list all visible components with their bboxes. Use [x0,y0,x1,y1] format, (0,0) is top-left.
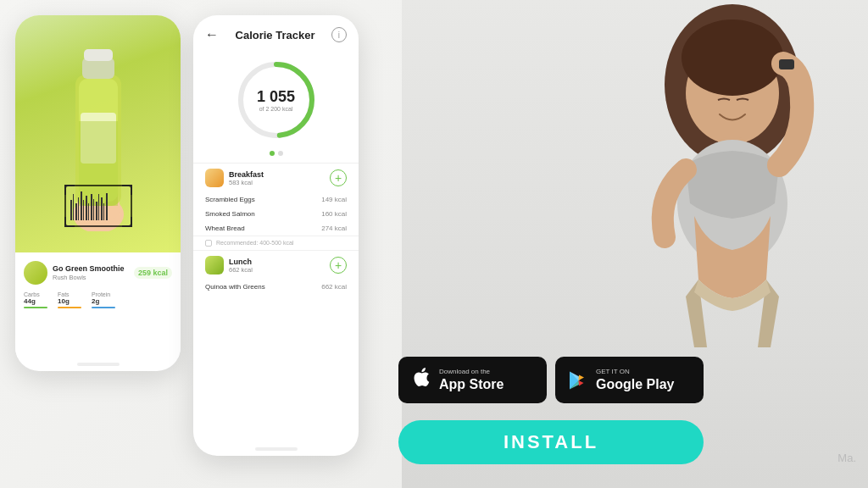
breakfast-left: Breakfast 583 kcal [205,169,264,187]
tracker-title: Calorie Tracker [236,29,315,42]
dot-1 [270,151,275,156]
meal-item-quinoa: Quinoa with Greens 662 kcal [193,280,359,294]
dot-2 [278,151,283,156]
eggs-kcal: 149 kcal [321,196,347,203]
protein-bar [92,307,115,308]
lunch-kcal: 662 kcal [229,266,253,274]
protein-value: 2g [92,297,115,305]
woman-figure [478,0,868,488]
recommendation-text: Recommended: 400-500 kcal [193,236,359,250]
tracker-header: ← Calorie Tracker i [193,15,359,49]
protein-label: Protein [92,291,115,297]
app-store-small-text: Download on the [439,368,504,376]
breakfast-kcal: 583 kcal [229,179,264,186]
quinoa-name: Quinoa with Greens [205,283,265,291]
apple-icon [410,366,432,394]
google-play-button[interactable]: GET IT ON Google Play [555,357,704,403]
meal-item-bread: Wheat Bread 274 kcal [193,221,359,236]
lunch-section-header: Lunch 662 kcal + [193,250,359,280]
lunch-left: Lunch 662 kcal [205,256,253,274]
eggs-name: Scrambled Eggs [205,196,255,203]
fats-value: 10g [58,297,81,305]
macro-carbs: Carbs 44g [24,291,47,308]
breakfast-info: Breakfast 583 kcal [229,170,264,186]
food-calories: 259 kcal [134,267,172,279]
food-brand: Rush Bowls [53,274,134,281]
barcode-scanner-screen [15,15,181,252]
app-store-large-text: App Store [439,376,504,392]
apple-logo-icon [410,366,432,388]
app-store-button[interactable]: Download on the App Store [398,357,547,403]
fats-bar [58,307,81,308]
svg-point-12 [682,19,783,96]
bread-kcal: 274 kcal [321,225,347,232]
lunch-add-button[interactable]: + [330,257,347,274]
install-button-label: INSTALL [504,431,598,453]
carbs-label: Carbs [24,291,47,297]
dots-indicator [193,151,359,156]
google-play-icon [567,369,589,391]
barcode-overlay [64,185,132,227]
calories-number: 1 055 [257,89,295,104]
fats-label: Fats [58,291,81,297]
carbs-bar [24,307,47,308]
meals-list: Breakfast 583 kcal + Scrambled Eggs 149 … [193,163,359,442]
lunch-icon [205,256,224,274]
calorie-ring: 1 055 of 2 200 kcal [234,58,319,142]
bread-name: Wheat Bread [205,225,245,232]
food-card: Go Green Smoothie Rush Bowls 259 kcal Ca… [15,252,181,358]
google-play-text: GET IT ON Google Play [596,368,674,392]
food-name: Go Green Smoothie [53,264,134,274]
quinoa-kcal: 662 kcal [321,283,347,291]
breakfast-add-button[interactable]: + [330,169,347,186]
macro-fats: Fats 10g [58,291,81,308]
install-button[interactable]: INSTALL [398,420,704,464]
rec-checkbox [205,240,212,247]
food-macros: Carbs 44g Fats 10g Protein 2g [24,291,172,308]
woman-section [402,0,868,488]
salmon-kcal: 160 kcal [321,210,347,218]
salmon-name: Smoked Salmon [205,210,255,218]
ring-center-text: 1 055 of 2 200 kcal [257,89,295,112]
meal-item-salmon: Smoked Salmon 160 kcal [193,207,359,221]
info-icon[interactable]: i [331,27,347,42]
food-name-group: Go Green Smoothie Rush Bowls [53,264,134,281]
meal-item-eggs: Scrambled Eggs 149 kcal [193,192,359,207]
lunch-info: Lunch 662 kcal [229,258,253,274]
svg-rect-15 [779,59,794,69]
watermark: Ma. [837,452,856,464]
app-store-text: Download on the App Store [439,368,504,392]
calories-subtitle: of 2 200 kcal [257,106,295,112]
back-button[interactable]: ← [205,27,219,42]
breakfast-section-header: Breakfast 583 kcal + [193,163,359,192]
main-container: Go Green Smoothie Rush Bowls 259 kcal Ca… [0,0,868,488]
phone-right-home-indicator [255,447,298,451]
google-play-large-text: Google Play [596,376,674,392]
lunch-name: Lunch [229,258,253,266]
calorie-ring-container: 1 055 of 2 200 kcal [193,49,359,147]
phone-left: Go Green Smoothie Rush Bowls 259 kcal Ca… [15,15,181,371]
food-icon [24,261,47,285]
breakfast-icon [205,169,224,187]
google-play-logo-icon [567,369,589,391]
phone-right: ← Calorie Tracker i 1 055 of 2 200 kcal [193,15,359,456]
home-indicator [77,363,120,366]
app-store-buttons: Download on the App Store GET IT ON Goog… [398,357,704,403]
carbs-value: 44g [24,297,47,305]
google-play-small-text: GET IT ON [596,368,674,376]
breakfast-name: Breakfast [229,170,264,179]
macro-protein: Protein 2g [92,291,115,308]
svg-rect-5 [84,49,113,61]
